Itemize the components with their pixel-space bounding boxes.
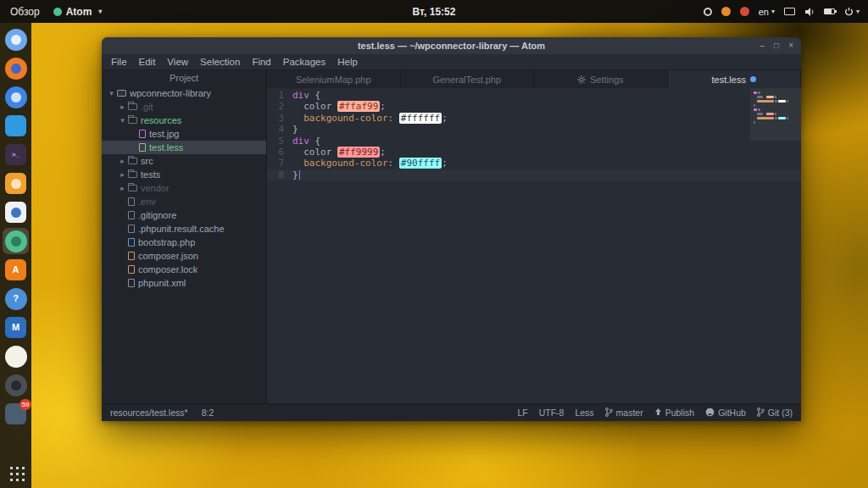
tab-label: GeneralTest.php xyxy=(432,75,501,85)
status-orange-icon[interactable] xyxy=(721,7,731,16)
tree-item-label: test.jpg xyxy=(149,129,179,139)
dock-item-atom[interactable] xyxy=(3,228,29,254)
status-label: 8:2 xyxy=(202,408,214,418)
dock-item-chat-app[interactable]: 59 xyxy=(3,401,29,427)
status-bar: resources/test.less*8:2 LFUTF-8Lessmaste… xyxy=(102,403,801,421)
chevron-icon: ▸ xyxy=(118,170,127,179)
menu-file[interactable]: File xyxy=(105,57,133,67)
volume-icon[interactable] xyxy=(804,8,815,16)
tree-item-git[interactable]: ▸.git xyxy=(102,100,266,114)
tab-settings[interactable]: Settings xyxy=(534,70,668,88)
status-ring-icon[interactable] xyxy=(704,8,712,16)
minimap[interactable] xyxy=(750,88,801,141)
tree-item-resources[interactable]: ▾resources xyxy=(102,114,266,127)
status-encoding[interactable]: UTF-8 xyxy=(539,408,565,418)
menu-help[interactable]: Help xyxy=(331,57,364,67)
display-icon[interactable] xyxy=(784,8,795,15)
menu-find[interactable]: Find xyxy=(246,57,276,67)
tree-item-env[interactable]: .env xyxy=(102,195,266,208)
activities-button[interactable]: Обзор xyxy=(10,6,40,18)
tree-item-label: resources xyxy=(141,115,181,125)
minimap-line xyxy=(754,92,798,94)
folder-icon xyxy=(128,158,137,164)
status-grammar[interactable]: Less xyxy=(575,408,593,418)
dock-item-chromium-browser[interactable] xyxy=(3,26,29,53)
status-git-branch[interactable]: master xyxy=(605,408,643,419)
battery-icon[interactable] xyxy=(824,8,835,14)
dock-item-libreoffice-writer[interactable] xyxy=(3,199,29,225)
dock-item-terminal[interactable]: >_ xyxy=(3,141,29,168)
tree-item-phpunit-xml[interactable]: phpunit.xml xyxy=(102,276,266,290)
dock-item-show-applications[interactable] xyxy=(3,459,29,485)
tab-label: Settings xyxy=(590,75,624,85)
tree-item-tests[interactable]: ▸tests xyxy=(102,168,266,181)
tab-seleniummap-php[interactable]: SeleniumMap.php xyxy=(267,70,401,88)
code-area: 1div {2 color #ffaf99;3 backgound-color:… xyxy=(267,90,801,180)
window-maximize-button[interactable]: □ xyxy=(774,42,779,50)
tab-test-less[interactable]: test.less xyxy=(668,70,802,88)
dock-item-vscode[interactable] xyxy=(3,113,29,139)
status-label: GitHub xyxy=(718,408,746,418)
code-line: 6 color #ff9999; xyxy=(267,147,801,158)
topbar-indicators: en▾▾ xyxy=(704,7,868,17)
chevron-icon: ▾ xyxy=(107,89,116,97)
power-icon[interactable]: ▾ xyxy=(844,7,860,16)
status-git-panel[interactable]: Git (3) xyxy=(757,408,793,419)
status-github-publish[interactable]: Publish xyxy=(654,408,694,418)
dock-item-firefox[interactable] xyxy=(3,55,29,81)
menu-packages[interactable]: Packages xyxy=(277,57,332,67)
tree-item-wpconnector-library[interactable]: ▾wpconnector-library xyxy=(102,86,266,100)
status-red-icon[interactable] xyxy=(740,7,749,16)
tree-item-test-less[interactable]: test.less xyxy=(102,141,266,154)
dock-item-image-tool[interactable] xyxy=(3,170,29,197)
tree-item-composer-json[interactable]: composer.json xyxy=(102,249,266,263)
dock-item-monitor-app[interactable]: M xyxy=(3,314,29,341)
dock-item-help[interactable]: ? xyxy=(3,286,29,312)
keyboard-indicator[interactable]: en▾ xyxy=(759,7,775,17)
window-close-button[interactable]: × xyxy=(788,42,793,50)
project-header: Project xyxy=(102,70,266,86)
tree-item-label: composer.json xyxy=(138,251,198,261)
image-tool-icon xyxy=(5,173,26,194)
menu-selection[interactable]: Selection xyxy=(194,57,246,67)
monitor-app-icon: M xyxy=(5,317,26,338)
tree-item-vendor[interactable]: ▸vendor xyxy=(102,181,266,195)
branch-icon xyxy=(605,408,613,419)
dock-item-app-a[interactable]: A xyxy=(3,257,29,283)
dock-item-thunderbird[interactable] xyxy=(3,84,29,110)
window-minimize-button[interactable]: – xyxy=(760,42,765,50)
window-title-bar[interactable]: test.less — ~/wpconnector-library — Atom… xyxy=(102,37,801,54)
status-line-ending[interactable]: LF xyxy=(517,408,527,418)
code-text: backgound-color: #90ffff; xyxy=(292,158,448,169)
system-top-bar: Обзор Atom ▾ Вт, 15:52 en▾▾ xyxy=(0,0,868,23)
tab-generaltest-php[interactable]: GeneralTest.php xyxy=(401,70,535,88)
tree-item-label: vendor xyxy=(141,183,170,193)
app-menu[interactable]: Atom ▾ xyxy=(53,6,103,18)
status-file-path[interactable]: resources/test.less* xyxy=(110,408,188,418)
image-icon xyxy=(139,130,146,138)
tree-item-test-jpg[interactable]: test.jpg xyxy=(102,127,266,141)
chevron-icon: ▸ xyxy=(118,157,127,165)
menu-edit[interactable]: Edit xyxy=(133,57,162,67)
menu-view[interactable]: View xyxy=(161,57,194,67)
dock-item-dark-app[interactable] xyxy=(3,372,29,398)
clock[interactable]: Вт, 15:52 xyxy=(413,6,456,18)
atom-window: test.less — ~/wpconnector-library — Atom… xyxy=(102,37,801,421)
status-github-panel[interactable]: GitHub xyxy=(705,408,746,419)
status-right: LFUTF-8LessmasterPublishGitHubGit (3) xyxy=(517,408,793,419)
line-number: 2 xyxy=(267,101,292,112)
chevron-icon: ▸ xyxy=(118,184,127,192)
status-cursor-position[interactable]: 8:2 xyxy=(202,408,214,418)
status-label: Less xyxy=(575,408,593,418)
tree-item-phpunit-result-cache[interactable]: .phpunit.result.cache xyxy=(102,222,266,236)
tree-item-src[interactable]: ▸src xyxy=(102,154,266,168)
line-number: 3 xyxy=(267,113,292,124)
tree-item-gitignore[interactable]: .gitignore xyxy=(102,208,266,222)
editor-pane[interactable]: 1div {2 color #ffaf99;3 backgound-color:… xyxy=(267,88,801,403)
tree-item-label: test.less xyxy=(149,142,183,152)
tree-item-composer-lock[interactable]: composer.lock xyxy=(102,263,266,276)
folder-icon xyxy=(128,171,137,178)
status-label: Publish xyxy=(665,408,694,418)
tree-item-bootstrap-php[interactable]: bootstrap.php xyxy=(102,236,266,249)
dock-item-egg-app[interactable] xyxy=(3,343,29,369)
